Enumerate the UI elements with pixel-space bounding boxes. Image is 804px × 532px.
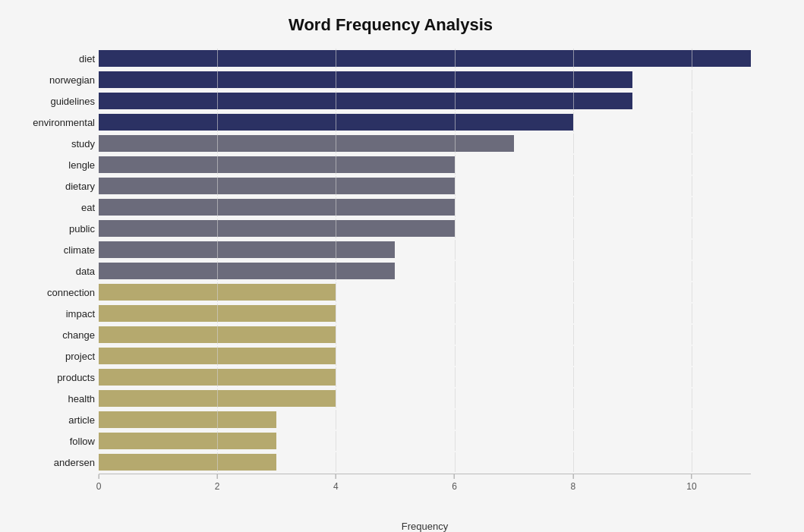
bar: [99, 220, 455, 237]
bar-row: andersen: [99, 452, 751, 472]
chart-title: Word Frequency Analysis: [8, 15, 774, 35]
bar: [99, 326, 336, 343]
bar: [99, 369, 336, 386]
bar: [99, 93, 632, 109]
bar-row: change: [99, 325, 751, 345]
bar: [99, 411, 276, 428]
x-axis: 0246810: [99, 474, 751, 504]
bar: [99, 199, 455, 216]
bar-label: change: [11, 329, 95, 341]
x-tick-label: 6: [452, 481, 457, 492]
bar-label: connection: [11, 287, 95, 298]
bars-area: dietnorwegianguidelinesenvironmentalstud…: [99, 49, 751, 472]
bar-label: impact: [11, 308, 95, 320]
bar: [99, 433, 276, 449]
x-tick: 0: [96, 474, 102, 492]
bar-label: dietary: [11, 181, 95, 192]
x-tick-label: 2: [215, 481, 220, 492]
bar-row: impact: [99, 304, 751, 323]
bar-label: products: [11, 372, 95, 383]
bar-label: environmental: [11, 117, 95, 128]
x-tick-label: 8: [570, 481, 575, 492]
bar-label: data: [11, 266, 95, 277]
bar: [99, 263, 395, 279]
bar-row: environmental: [99, 112, 751, 132]
bar-row: eat: [99, 197, 751, 217]
bar: [99, 241, 395, 258]
bar: [99, 50, 751, 67]
bar-label: lengle: [11, 159, 95, 171]
x-tick-label: 10: [686, 481, 696, 492]
bar-label: diet: [11, 53, 95, 65]
x-tick: 10: [686, 474, 696, 492]
bar-row: data: [99, 261, 751, 281]
bar: [99, 348, 336, 364]
bar-row: dietary: [99, 176, 751, 196]
bar-row: diet: [99, 49, 751, 68]
bar-label: article: [11, 414, 95, 426]
bar-row: guidelines: [99, 91, 751, 111]
bar-row: health: [99, 389, 751, 408]
x-tick: 8: [570, 474, 575, 492]
bar: [99, 178, 455, 194]
bar-row: public: [99, 219, 751, 238]
bar-row: climate: [99, 240, 751, 260]
bar-label: health: [11, 393, 95, 405]
bar-row: project: [99, 346, 751, 366]
bar-row: article: [99, 410, 751, 430]
bar-label: eat: [11, 202, 95, 213]
bar: [99, 284, 336, 301]
bar-label: project: [11, 351, 95, 362]
bar-label: guidelines: [11, 96, 95, 107]
bar-row: norwegian: [99, 70, 751, 90]
bar-label: study: [11, 138, 95, 150]
x-tick-label: 0: [96, 481, 102, 492]
bar: [99, 135, 514, 152]
x-tick-label: 4: [333, 481, 339, 492]
bar-row: lengle: [99, 155, 751, 175]
bar-label: public: [11, 223, 95, 235]
chart-container: Word Frequency Analysis dietnorwegiangui…: [0, 0, 804, 532]
bar: [99, 305, 336, 322]
bar-row: follow: [99, 431, 751, 451]
bar: [99, 454, 276, 471]
x-tick: 4: [333, 474, 339, 492]
bar: [99, 390, 336, 407]
bar: [99, 71, 632, 88]
bar-label: follow: [11, 436, 95, 447]
bar-row: products: [99, 367, 751, 387]
bar-label: climate: [11, 244, 95, 256]
bar-row: connection: [99, 282, 751, 302]
x-axis-label: Frequency: [99, 521, 751, 532]
bar-label: norwegian: [11, 74, 95, 86]
bar-label: andersen: [11, 457, 95, 468]
x-tick: 2: [215, 474, 220, 492]
x-tick: 6: [452, 474, 457, 492]
bar-row: study: [99, 134, 751, 153]
bar: [99, 114, 573, 131]
bar: [99, 156, 455, 173]
